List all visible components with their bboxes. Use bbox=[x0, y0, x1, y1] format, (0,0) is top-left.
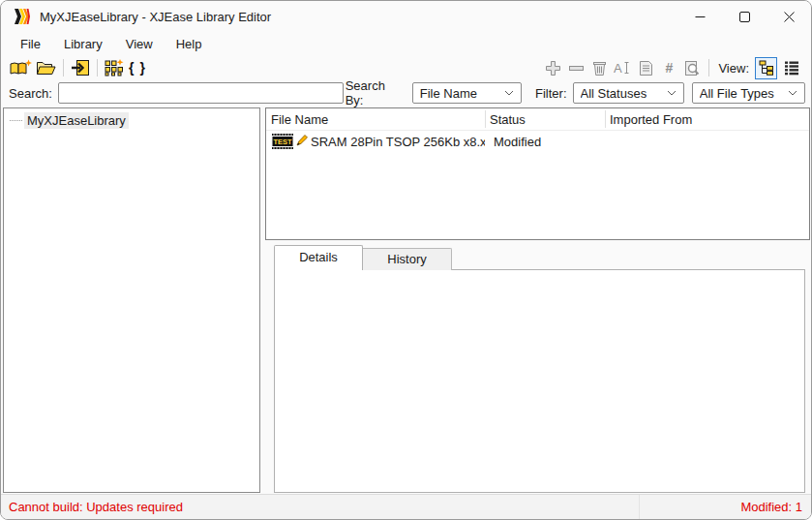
file-status-cell: Modified bbox=[485, 135, 605, 149]
new-library-icon bbox=[9, 59, 32, 77]
chevron-down-icon bbox=[504, 90, 514, 96]
import-button[interactable] bbox=[69, 56, 92, 79]
find-in-files-icon bbox=[683, 60, 701, 76]
title-bar: MyXJEaseLibrary - XJEase Library Editor bbox=[1, 1, 811, 32]
script-icon bbox=[637, 60, 654, 76]
braces-icon: { } bbox=[129, 60, 146, 76]
maximize-icon bbox=[739, 12, 750, 22]
toolbar-separator bbox=[97, 59, 98, 76]
test-chip-icon: TEST bbox=[270, 134, 295, 149]
close-button[interactable] bbox=[767, 1, 811, 32]
new-component-button[interactable] bbox=[103, 56, 126, 79]
search-input[interactable] bbox=[58, 82, 344, 104]
hash-button[interactable]: # bbox=[657, 56, 680, 79]
toolbar-separator bbox=[63, 59, 64, 76]
tree-view-icon bbox=[759, 60, 774, 76]
search-by-label: Search By: bbox=[346, 78, 406, 107]
list-view-toggle[interactable] bbox=[780, 57, 802, 79]
rename-icon: A bbox=[614, 60, 631, 76]
tree-connector bbox=[10, 120, 22, 121]
remove-icon bbox=[568, 60, 585, 76]
remove-button[interactable] bbox=[564, 56, 587, 79]
search-by-dropdown[interactable]: File Name bbox=[412, 82, 522, 104]
import-icon bbox=[71, 59, 90, 76]
app-window: MyXJEaseLibrary - XJEase Library Editor … bbox=[0, 0, 812, 520]
script-button[interactable] bbox=[634, 56, 657, 79]
list-view-icon bbox=[784, 60, 799, 76]
column-resize-handle[interactable] bbox=[485, 110, 486, 128]
file-type-filter-dropdown[interactable]: All File Types bbox=[692, 82, 805, 104]
menu-file[interactable]: File bbox=[9, 35, 52, 53]
menu-bar: File Library View Help bbox=[1, 32, 811, 55]
search-label: Search: bbox=[9, 86, 52, 101]
toolbar-separator bbox=[708, 59, 709, 76]
file-name-cell: TEST SRAM 28Pin TSOP 256Kb x8.xje bbox=[266, 134, 485, 149]
column-header-imported-from[interactable]: Imported From bbox=[605, 112, 809, 127]
tab-details[interactable]: Details bbox=[274, 245, 363, 270]
toolbar: { } A bbox=[1, 55, 811, 80]
column-header-status[interactable]: Status bbox=[485, 112, 605, 127]
file-list-header: File Name Status Imported From bbox=[266, 108, 809, 131]
maximize-button[interactable] bbox=[722, 1, 767, 32]
window-title: MyXJEaseLibrary - XJEase Library Editor bbox=[40, 10, 271, 24]
rename-button[interactable]: A bbox=[611, 56, 634, 79]
column-resize-handle[interactable] bbox=[605, 110, 606, 128]
chevron-down-icon bbox=[667, 90, 677, 96]
status-filter-value: All Statuses bbox=[581, 86, 667, 101]
minimize-icon bbox=[695, 12, 706, 22]
status-filter-dropdown[interactable]: All Statuses bbox=[573, 82, 684, 104]
view-label: View: bbox=[718, 61, 749, 76]
details-panel bbox=[274, 269, 805, 493]
menu-help[interactable]: Help bbox=[165, 35, 214, 53]
detail-tabs: Details History bbox=[274, 245, 452, 270]
menu-library[interactable]: Library bbox=[52, 35, 114, 53]
new-library-button[interactable] bbox=[7, 56, 34, 79]
chevron-down-icon bbox=[788, 90, 797, 96]
hash-icon: # bbox=[666, 60, 674, 76]
search-by-value: File Name bbox=[420, 86, 504, 101]
tree-view-toggle[interactable] bbox=[755, 57, 777, 79]
file-list-panel: File Name Status Imported From bbox=[265, 107, 810, 240]
new-xjease-file-button[interactable]: { } bbox=[126, 56, 149, 79]
new-component-icon bbox=[105, 59, 124, 76]
modified-count-text: Modified: 1 bbox=[639, 495, 811, 519]
svg-text:TEST: TEST bbox=[273, 138, 292, 146]
add-button[interactable] bbox=[541, 56, 564, 79]
trash-icon bbox=[591, 60, 608, 76]
app-logo-icon bbox=[13, 8, 30, 25]
tree-item-library-root[interactable]: MyXJEaseLibrary bbox=[6, 111, 257, 129]
open-library-icon bbox=[36, 60, 56, 76]
open-library-button[interactable] bbox=[34, 56, 58, 79]
tree-root-label: MyXJEaseLibrary bbox=[24, 112, 129, 129]
status-bar: Cannot build: Updates required Modified:… bbox=[1, 494, 811, 519]
filter-label: Filter: bbox=[535, 86, 567, 101]
file-type-filter-value: All File Types bbox=[700, 86, 788, 101]
svg-text:A: A bbox=[614, 61, 622, 76]
main-area: MyXJEaseLibrary File Name Status Importe… bbox=[1, 106, 811, 494]
delete-button[interactable] bbox=[587, 56, 611, 79]
minimize-button[interactable] bbox=[677, 1, 722, 32]
tab-history[interactable]: History bbox=[363, 248, 452, 270]
build-status-text: Cannot build: Updates required bbox=[1, 500, 183, 514]
modified-pencil-icon bbox=[296, 134, 309, 146]
add-icon bbox=[545, 60, 561, 76]
column-header-file-name[interactable]: File Name bbox=[266, 112, 485, 127]
file-list-row[interactable]: TEST SRAM 28Pin TSOP 256Kb x8.xje Modifi… bbox=[266, 131, 809, 152]
find-in-files-button[interactable] bbox=[680, 56, 704, 79]
menu-view[interactable]: View bbox=[114, 35, 165, 53]
close-icon bbox=[784, 12, 795, 22]
library-tree-panel: MyXJEaseLibrary bbox=[3, 107, 260, 493]
file-name-text: SRAM 28Pin TSOP 256Kb x8.xje bbox=[311, 135, 485, 149]
search-bar: Search: Search By: File Name Filter: All… bbox=[1, 80, 811, 106]
